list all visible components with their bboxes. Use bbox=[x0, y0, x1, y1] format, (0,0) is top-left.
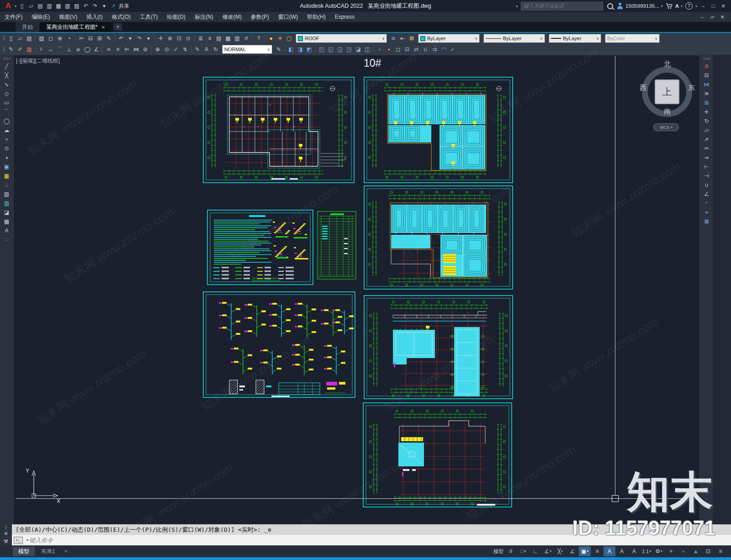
close-button[interactable]: ✕ bbox=[718, 2, 728, 10]
chamfer-icon[interactable]: ∠ bbox=[702, 190, 712, 199]
pan-icon[interactable]: ✛ bbox=[156, 34, 165, 43]
group-icon[interactable]: ◧ bbox=[286, 45, 296, 54]
menu-格式O[interactable]: 格式(O) bbox=[107, 12, 135, 22]
autocad-logo-icon[interactable]: A bbox=[3, 1, 14, 11]
viewcube-south-label[interactable]: 南 bbox=[664, 107, 671, 116]
dim-style-manager-icon[interactable]: ✎ bbox=[274, 45, 283, 54]
zoom-previous-icon[interactable]: ⊙ bbox=[184, 34, 193, 43]
print-icon[interactable]: ▨ bbox=[72, 1, 81, 11]
annotation-scale-value[interactable]: 1:1▾ bbox=[641, 546, 652, 556]
revision-cloud-icon[interactable]: ☁ bbox=[2, 126, 12, 135]
command-history-line[interactable]: [全部(A)/中心(C)/动态(D)/范围(E)/上一个(P)/比例(S)/窗口… bbox=[12, 524, 731, 535]
edit-hatch-icon[interactable]: ▨ bbox=[25, 45, 34, 54]
menu-视图V[interactable]: 视图(V) bbox=[54, 12, 82, 22]
color-combo[interactable]: ByLayer ∨ bbox=[418, 34, 480, 43]
copy-nested-icon[interactable]: ⊟ bbox=[403, 45, 412, 54]
layer-combo[interactable]: ROOF ∨ bbox=[296, 34, 387, 43]
stretch-icon[interactable]: ⇗ bbox=[702, 135, 712, 144]
lineweight-combo[interactable]: ByLayer ∨ bbox=[549, 34, 601, 43]
a-caret[interactable]: ▾ bbox=[681, 4, 683, 8]
redo-icon[interactable]: ↷ bbox=[135, 34, 144, 43]
menu-文件F[interactable]: 文件(F) bbox=[0, 12, 27, 22]
check-icon[interactable]: ✓ bbox=[448, 45, 457, 54]
object-snap-tracking-icon[interactable]: ╳▾ bbox=[554, 546, 566, 556]
layout1-tab[interactable]: 布局1 bbox=[36, 547, 61, 556]
autodesk-a-icon[interactable]: A bbox=[675, 3, 679, 9]
tab-close-icon[interactable]: ✕ bbox=[101, 25, 105, 30]
fillet-icon[interactable]: ◜ bbox=[702, 199, 712, 208]
menu-参数P[interactable]: 参数(P) bbox=[246, 12, 274, 22]
annotation-scale-icon[interactable]: A bbox=[628, 546, 640, 556]
layer-on-bulb-icon[interactable]: ● bbox=[266, 34, 275, 43]
layer-previous-icon[interactable]: ⇤ bbox=[398, 34, 407, 43]
isodraft-icon[interactable]: ∠ bbox=[567, 546, 578, 556]
saveas-icon[interactable]: ▥ bbox=[45, 1, 54, 11]
hide-objects-icon[interactable]: ▪ bbox=[384, 45, 393, 54]
dim-linear-icon[interactable]: ⊦ bbox=[37, 45, 46, 54]
layer-freeze-sun-icon[interactable]: ☀ bbox=[275, 34, 285, 43]
command-wrench-icon[interactable]: ⚒ bbox=[4, 539, 8, 544]
menu-工具T[interactable]: 工具(T) bbox=[135, 12, 162, 22]
dim-inspect-icon[interactable]: ✓ bbox=[171, 45, 180, 54]
model-tab[interactable]: 模型 bbox=[13, 547, 35, 556]
table-icon[interactable]: ▦ bbox=[2, 217, 12, 226]
viewcube-top-face[interactable]: 上 bbox=[655, 79, 679, 104]
customize-menu-icon[interactable]: ≡ bbox=[715, 546, 726, 556]
arc-icon[interactable]: ⌒ bbox=[2, 107, 12, 116]
isolate-objects-icon[interactable]: ▫ bbox=[678, 546, 689, 556]
save-icon[interactable]: ▤ bbox=[25, 34, 34, 43]
dim-edit-icon[interactable]: ✎ bbox=[193, 45, 202, 54]
circle-icon[interactable]: ◯ bbox=[2, 116, 12, 126]
multiple-points-icon[interactable]: ∷ bbox=[2, 235, 12, 244]
dim-ordinate-icon[interactable]: ⊥ bbox=[64, 45, 74, 54]
zoom-window-icon[interactable]: ⊡ bbox=[175, 34, 184, 43]
linetype-combo-caret[interactable]: ∨ bbox=[540, 37, 543, 41]
ungroup-icon[interactable]: ◨ bbox=[296, 45, 305, 54]
menu-绘图D[interactable]: 绘图(D) bbox=[162, 12, 190, 22]
trim-icon[interactable]: ✂ bbox=[702, 144, 712, 153]
cut-icon[interactable]: ✂ bbox=[77, 34, 86, 43]
etransmit-icon[interactable]: ▧ bbox=[63, 1, 72, 11]
new-icon[interactable]: ▯ bbox=[17, 1, 26, 11]
redo-caret[interactable]: ▾ bbox=[144, 34, 153, 43]
copy-clip-icon[interactable]: ⊟ bbox=[86, 34, 95, 43]
tab-start[interactable]: 开始 bbox=[16, 22, 39, 32]
annotation-autoscale-icon[interactable]: A bbox=[616, 546, 628, 556]
send-back-icon[interactable]: ◱ bbox=[326, 45, 335, 54]
blend-icon[interactable]: ≈ bbox=[702, 208, 712, 217]
viewcube-west-label[interactable]: 西 bbox=[640, 84, 646, 92]
offset-icon[interactable]: ≋ bbox=[702, 89, 712, 98]
dimstyle-combo-caret[interactable]: ∨ bbox=[267, 48, 270, 52]
calculator-icon[interactable]: # bbox=[242, 34, 251, 43]
plotstyle-combo-caret[interactable]: ∨ bbox=[655, 37, 657, 41]
dimstyle-combo[interactable]: NORMAL ∨ bbox=[222, 45, 272, 54]
lineweight-display-icon[interactable]: ≡ bbox=[591, 546, 603, 556]
publish-icon[interactable]: ⊕ bbox=[55, 34, 64, 43]
mirror-icon[interactable]: ⋈ bbox=[702, 80, 712, 89]
copy-icon[interactable]: ⊟ bbox=[702, 71, 712, 80]
model-space-canvas[interactable]: [-][俯视][二维线框] 10# 北 南 西 东 上 WCS▾ bbox=[13, 55, 700, 524]
search-input[interactable] bbox=[521, 2, 603, 11]
center-mark-icon[interactable]: ⊙ bbox=[162, 45, 171, 54]
point-icon[interactable]: ∴ bbox=[2, 180, 12, 190]
tab-active-drawing[interactable]: 某商业街地暖工程图* ✕ bbox=[40, 22, 111, 32]
trim-extend-icon[interactable]: ⇄ bbox=[412, 45, 421, 54]
help-caret[interactable]: ▾ bbox=[695, 4, 697, 8]
layer-isolate-icon[interactable]: ⊠ bbox=[407, 34, 416, 43]
dim-continue-icon[interactable]: ⊨ bbox=[122, 45, 132, 54]
unisolate-icon[interactable]: ◻ bbox=[393, 45, 403, 54]
construction-line-icon[interactable]: ╳ bbox=[2, 71, 12, 80]
account-caret[interactable]: ▾ bbox=[661, 4, 663, 8]
isolate-objects-icon[interactable]: ▫ bbox=[375, 45, 384, 54]
join-icon[interactable]: ∪ bbox=[702, 180, 712, 190]
account-icon[interactable] bbox=[617, 3, 623, 9]
polygon-icon[interactable]: ◇ bbox=[2, 89, 12, 98]
rotate-icon[interactable]: ↻ bbox=[702, 116, 712, 126]
help-icon[interactable]: ? bbox=[254, 34, 263, 43]
toolbar-grip[interactable] bbox=[3, 36, 5, 40]
paste-icon[interactable]: ⊞ bbox=[95, 34, 104, 43]
command-input-line[interactable]: >_ ▾ 键入命令 bbox=[12, 535, 731, 545]
dim-aligned-icon[interactable]: ↔ bbox=[46, 45, 55, 54]
dim-space-icon[interactable]: ⋈ bbox=[132, 45, 141, 54]
dim-update-icon[interactable]: ↻ bbox=[211, 45, 220, 54]
